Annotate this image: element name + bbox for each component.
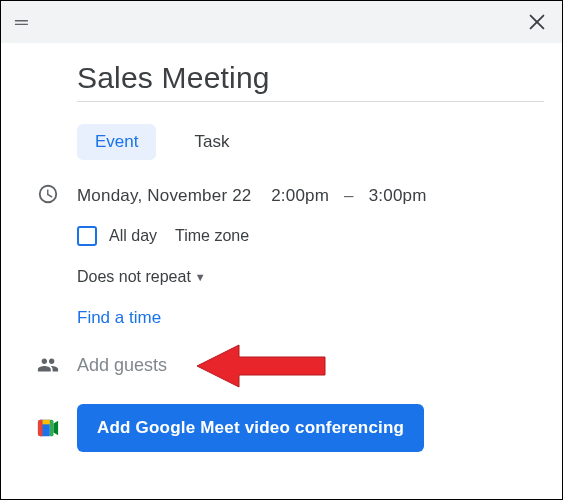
find-a-time-link[interactable]: Find a time (77, 308, 161, 328)
event-datetime[interactable]: Monday, November 22 2:00pm – 3:00pm (77, 186, 427, 206)
all-day-checkbox[interactable]: All day (77, 226, 157, 246)
all-day-label: All day (109, 227, 157, 245)
event-date[interactable]: Monday, November 22 (77, 186, 252, 205)
recurrence-select[interactable]: Does not repeat ▼ (77, 268, 206, 286)
chevron-down-icon: ▼ (195, 271, 206, 283)
add-video-conferencing-button[interactable]: Add Google Meet video conferencing (77, 404, 424, 452)
time-zone-button[interactable]: Time zone (175, 227, 249, 245)
close-icon[interactable] (526, 11, 548, 33)
svg-marker-2 (197, 345, 325, 387)
event-end-time[interactable]: 3:00pm (369, 186, 427, 205)
annotation-arrow-icon (197, 338, 327, 394)
people-icon (37, 354, 59, 376)
type-tabs: Event Task (77, 124, 247, 160)
google-meet-icon (37, 417, 59, 439)
tab-event[interactable]: Event (77, 124, 156, 160)
event-title-input[interactable]: Sales Meeting (77, 61, 544, 102)
recurrence-label: Does not repeat (77, 268, 191, 286)
add-guests-input[interactable]: Add guests (77, 355, 167, 376)
checkbox-icon (77, 226, 97, 246)
tab-task[interactable]: Task (176, 124, 247, 160)
dialog-header: ═ (1, 1, 562, 43)
clock-icon (37, 183, 59, 205)
drag-handle-icon[interactable]: ═ (15, 13, 28, 31)
event-start-time[interactable]: 2:00pm (271, 186, 329, 205)
time-separator: – (344, 186, 354, 205)
